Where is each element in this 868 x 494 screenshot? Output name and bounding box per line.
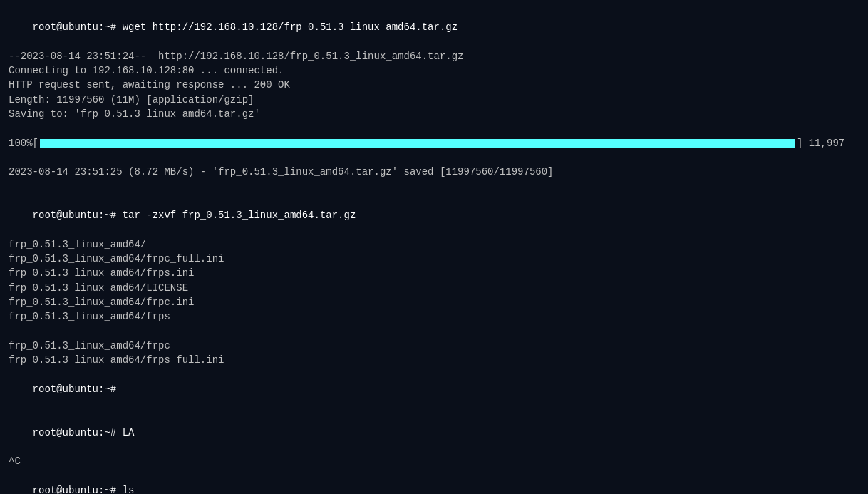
prompt-ls: root@ubuntu:~#	[33, 485, 123, 494]
wget-date-line: --2023-08-14 23:51:24-- http://192.168.1…	[9, 49, 859, 63]
prompt-tar: root@ubuntu:~#	[33, 210, 123, 221]
tar-line-8: frp_0.51.3_linux_amd64/frps_full.ini	[9, 353, 859, 367]
cmd-ls-line: root@ubuntu:~# ls	[9, 469, 859, 495]
ctrl-c-line: ^C	[9, 454, 859, 468]
blank-line-1	[9, 121, 859, 135]
tar-line-2: frp_0.51.3_linux_amd64/frpc_full.ini	[9, 252, 859, 266]
blank-line-4	[9, 324, 859, 339]
prompt-blank1: root@ubuntu:~#	[33, 384, 117, 395]
tar-line-5: frp_0.51.3_linux_amd64/frpc.ini	[9, 295, 859, 309]
wget-http-line: HTTP request sent, awaiting response ...…	[9, 78, 859, 92]
blank-line-2	[9, 150, 859, 165]
cmd-la-line: root@ubuntu:~# LA	[9, 411, 859, 454]
tar-line-4: frp_0.51.3_linux_amd64/LICENSE	[9, 281, 859, 295]
progress-line: 100%[] 11,997	[9, 136, 859, 150]
wget-saved-line: 2023-08-14 23:51:25 (8.72 MB/s) - 'frp_0…	[9, 165, 859, 179]
cmd-wget-line: root@ubuntu:~# wget http://192.168.10.12…	[9, 6, 859, 49]
progress-bar	[40, 139, 795, 148]
blank-line-3	[9, 180, 859, 194]
terminal-window[interactable]: root@ubuntu:~# wget http://192.168.10.12…	[0, 0, 868, 494]
prompt-wget: root@ubuntu:~#	[33, 21, 123, 33]
tar-line-6: frp_0.51.3_linux_amd64/frps	[9, 309, 859, 324]
tar-line-7: frp_0.51.3_linux_amd64/frpc	[9, 339, 859, 353]
wget-saving-line: Saving to: 'frp_0.51.3_linux_amd64.tar.g…	[9, 107, 859, 121]
cmd-tar-line: root@ubuntu:~# tar -zxvf frp_0.51.3_linu…	[9, 194, 859, 237]
cmd-blank-1-line: root@ubuntu:~#	[9, 367, 859, 411]
wget-connect-line: Connecting to 192.168.10.128:80 ... conn…	[9, 63, 859, 78]
wget-length-line: Length: 11997560 (11M) [application/gzip…	[9, 93, 859, 107]
tar-line-1: frp_0.51.3_linux_amd64/	[9, 237, 859, 252]
tar-line-3: frp_0.51.3_linux_amd64/frps.ini	[9, 266, 859, 280]
prompt-la: root@ubuntu:~#	[33, 427, 123, 438]
